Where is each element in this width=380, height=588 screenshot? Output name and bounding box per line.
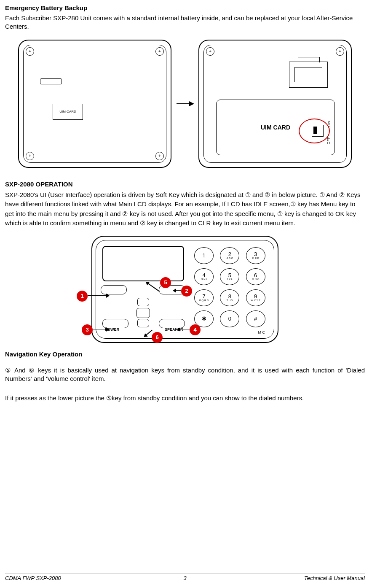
callout-line <box>178 329 190 330</box>
power-key <box>102 319 128 328</box>
on-label: · ON <box>327 121 332 129</box>
callout-2: 2 <box>181 286 192 297</box>
callout-line <box>174 290 181 291</box>
heading-battery: Emergency Battery Backup <box>5 4 365 11</box>
key-6: 6M N O <box>246 268 265 285</box>
key-2: 2A B C <box>220 247 239 264</box>
key-hash: # <box>246 310 265 327</box>
key-8: 8T U V <box>220 289 239 306</box>
page-footer: CDMA FWP SXP-2080 3 Technical & User Man… <box>5 574 365 581</box>
key-7: 7P Q R S <box>194 289 214 306</box>
mic-label: M C <box>258 330 265 334</box>
callout-1: 1 <box>77 291 88 302</box>
nav-body-2: If it presses as the lower picture the ⑤… <box>5 394 365 402</box>
power-switch <box>312 125 324 137</box>
key-3: 3D E F <box>246 247 265 264</box>
key-5: 5J K L <box>220 268 239 285</box>
numeric-keypad: 1 2A B C 3D E F 4G H I 5J K L 6M N O 7P … <box>194 247 266 327</box>
nav-up-key <box>137 298 149 306</box>
callout-5: 5 <box>160 277 171 288</box>
key-1: 1 <box>194 247 214 264</box>
footer-page-number: 3 <box>183 575 186 581</box>
heading-navkey: Navigation Key Operation <box>5 351 365 358</box>
screw-icon <box>26 152 34 160</box>
lcd-screen <box>102 246 184 281</box>
figure-uim-card: UIM CARD UIM CARD OFF · · ON <box>5 40 365 168</box>
callout-line <box>93 329 109 330</box>
key-0: 0 <box>220 310 239 327</box>
callout-4: 4 <box>190 324 201 335</box>
callout-6: 6 <box>152 332 163 343</box>
callout-3: 3 <box>82 324 93 335</box>
off-label: OFF · <box>326 135 331 144</box>
port-jack <box>289 62 328 88</box>
screw-icon <box>336 47 344 56</box>
uim-label-small: UIM CARD <box>53 104 83 120</box>
screw-icon <box>26 47 34 56</box>
nav-body-1: ⑤ And ⑥ keys it is basically used at nav… <box>5 366 365 383</box>
nav-center-key <box>136 308 150 318</box>
operation-body: SXP-2080's UI (User Interface) operation… <box>5 190 365 228</box>
nav-down-key <box>137 319 149 327</box>
device-back-closed: UIM CARD <box>18 40 171 168</box>
arrow-right-icon <box>177 103 193 104</box>
key-4: 4G H I <box>194 268 214 285</box>
screw-icon <box>155 47 164 56</box>
figure-keypad: POWER SPEAKER 1 2A B C 3D E F 4G H I 5J … <box>5 236 365 343</box>
screw-icon <box>155 152 164 160</box>
screw-icon <box>206 47 214 56</box>
device-back-open: UIM CARD OFF · · ON <box>198 40 352 168</box>
battery-body: Each Subscriber SXP-280 Unit comes with … <box>5 14 365 31</box>
speaker-key <box>159 319 185 328</box>
footer-left: CDMA FWP SXP-2080 <box>5 575 61 581</box>
softkey-left <box>101 285 127 294</box>
nav-cluster <box>128 298 158 327</box>
key-9: 9W X Y Z <box>246 289 265 306</box>
callout-line <box>88 295 109 296</box>
footer-right: Technical & User Manual <box>304 575 365 581</box>
card-slot <box>40 78 62 84</box>
heading-operation: SXP-2080 OPERATION <box>5 181 365 188</box>
